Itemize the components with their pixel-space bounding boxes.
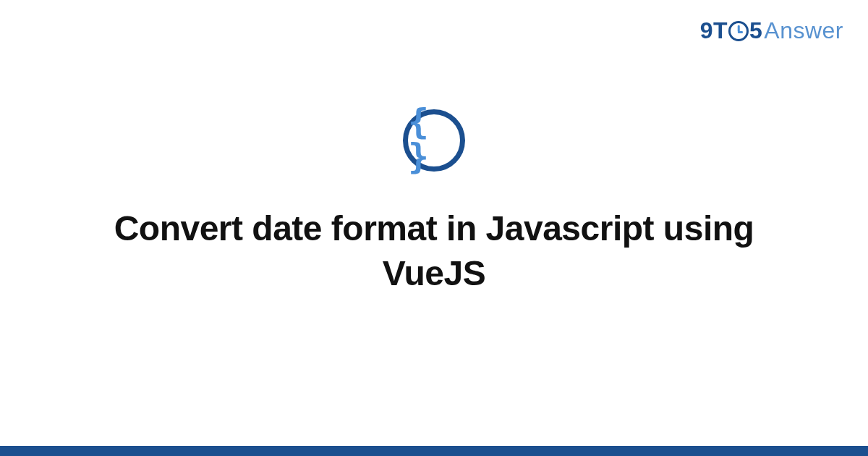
- code-braces-icon: { }: [408, 104, 460, 174]
- page-title: Convert date format in Javascript using …: [72, 206, 796, 297]
- category-icon-wrapper: { }: [403, 109, 465, 172]
- footer-bar: [0, 446, 868, 456]
- main-content: { } Convert date format in Javascript us…: [0, 0, 868, 456]
